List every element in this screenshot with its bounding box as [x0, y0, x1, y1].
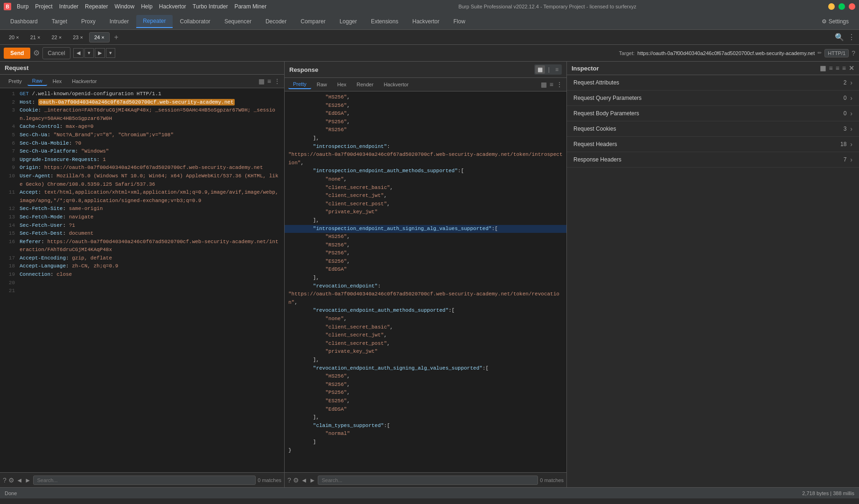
add-tab-button[interactable]: +: [111, 32, 122, 42]
menu-burp[interactable]: Burp: [17, 3, 28, 10]
tab-comparer[interactable]: Comparer: [294, 15, 332, 28]
menu-intruder[interactable]: Intruder: [59, 3, 78, 10]
tab-extensions[interactable]: Extensions: [364, 15, 405, 28]
line-number: 19: [4, 271, 15, 279]
tab-proxy[interactable]: Proxy: [75, 15, 102, 28]
resp-more-icon[interactable]: ⋮: [556, 81, 563, 88]
response-line: "revocation_endpoint":: [285, 282, 566, 291]
menu-repeater[interactable]: Repeater: [85, 3, 108, 10]
menu-hackvertor[interactable]: Hackvertor: [159, 3, 186, 10]
req-subtab-hackvertor[interactable]: Hackvertor: [67, 77, 101, 85]
req-search-prev-icon[interactable]: ◄: [16, 476, 23, 484]
tab-dashboard[interactable]: Dashboard: [4, 15, 44, 28]
request-content[interactable]: 1GET /.well-known/openid-configuration H…: [0, 88, 284, 472]
inspector-row[interactable]: Request Attributes 2 ›: [567, 75, 859, 91]
down-arrow-button[interactable]: ▾: [84, 48, 94, 58]
request-line: 21: [0, 287, 284, 295]
req-more-icon[interactable]: ⋮: [274, 77, 280, 85]
response-search-input[interactable]: [318, 476, 538, 485]
resp-subtab-hackvertor[interactable]: Hackvertor: [379, 80, 413, 89]
resp-subtab-pretty[interactable]: Pretty: [288, 80, 311, 89]
inspector-row[interactable]: Request Body Parameters 0 ›: [567, 106, 859, 121]
req-tab-23-label: 23 ×: [73, 35, 83, 40]
edit-target-icon[interactable]: ✏: [817, 50, 822, 56]
req-view-icon1[interactable]: ▦: [258, 77, 265, 85]
resp-line-text: "revocation_endpoint_auth_signing_alg_va…: [288, 364, 563, 373]
view-btn-split[interactable]: |: [546, 65, 552, 74]
req-subtab-hex[interactable]: Hex: [48, 77, 67, 85]
resp-subtab-hex[interactable]: Hex: [333, 80, 351, 89]
resp-subtab-render[interactable]: Render: [352, 80, 378, 89]
resp-search-next-icon[interactable]: ►: [309, 476, 316, 484]
inspector-row[interactable]: Request Query Parameters 0 ›: [567, 91, 859, 106]
inspector-settings-icon[interactable]: ≡: [836, 64, 839, 72]
tab-collaborator[interactable]: Collaborator: [174, 15, 217, 28]
more-options-icon[interactable]: ⋮: [848, 33, 855, 42]
inspector-grid-icon[interactable]: ▦: [820, 64, 826, 72]
cancel-button[interactable]: Cancel: [42, 47, 70, 59]
inspector-sort-icon[interactable]: ≡: [842, 64, 846, 72]
menu-window[interactable]: Window: [114, 3, 134, 10]
resp-search-prev-icon[interactable]: ◄: [301, 476, 307, 484]
menu-project[interactable]: Project: [35, 3, 52, 10]
response-line: "RS256",: [285, 381, 566, 389]
view-btn-list[interactable]: ≡: [553, 65, 561, 74]
line-text: Accept-Language: zh-CN, zh;q=0.9: [20, 262, 280, 271]
tab-repeater[interactable]: Repeater: [136, 15, 172, 28]
gear-icon[interactable]: ⚙: [33, 49, 40, 57]
resp-search-gear-icon[interactable]: ⚙: [293, 476, 299, 484]
req-subtab-raw[interactable]: Raw: [28, 77, 47, 86]
tab-flow[interactable]: Flow: [447, 15, 472, 28]
response-line: "https://oauth-0a7f00d40340a246c0f67ad50…: [285, 151, 566, 167]
tab-sequencer[interactable]: Sequencer: [218, 15, 258, 28]
req-tab-20[interactable]: 20 ×: [4, 32, 24, 42]
close-button[interactable]: [849, 3, 855, 10]
help-icon[interactable]: ?: [852, 49, 855, 57]
menu-help[interactable]: Help: [141, 3, 153, 10]
target-area: Target: https://oauth-0a7f00d40340a246c0…: [619, 49, 855, 57]
search-icon[interactable]: 🔍: [835, 33, 844, 42]
send-button[interactable]: Send: [4, 48, 30, 59]
tab-decoder[interactable]: Decoder: [259, 15, 293, 28]
resp-line-text: "revocation_endpoint":: [288, 282, 563, 291]
toolbar: Send ⚙ Cancel ◀ ▾ ▶ ▾ Target: https://oa…: [0, 45, 859, 62]
tab-intruder[interactable]: Intruder: [103, 15, 135, 28]
menu-turbo[interactable]: Turbo Intruder: [193, 3, 228, 10]
response-line: "introspection_endpoint_auth_methods_sup…: [285, 167, 566, 175]
request-search-input[interactable]: [33, 476, 256, 485]
inspector-close-icon[interactable]: ✕: [849, 64, 854, 72]
response-content[interactable]: "HS256", "ES256", "EdDSA", "PS256", "RS2…: [285, 91, 566, 472]
req-search-gear-icon[interactable]: ⚙: [8, 476, 14, 484]
req-search-help-icon[interactable]: ?: [3, 476, 7, 484]
resp-line-text: "PS256",: [288, 249, 563, 258]
inspector-row[interactable]: Request Headers 18 ›: [567, 137, 859, 152]
resp-view-icon1[interactable]: ▦: [541, 81, 547, 88]
req-tab-21[interactable]: 21 ×: [25, 32, 46, 42]
back-button[interactable]: ◀: [73, 48, 84, 58]
http-version-badge[interactable]: HTTP/1: [824, 49, 849, 57]
minimize-button[interactable]: [828, 3, 835, 10]
req-tab-24[interactable]: 24 ×: [89, 32, 110, 42]
view-btn-grid[interactable]: ▦: [535, 65, 545, 74]
resp-subtab-raw[interactable]: Raw: [312, 80, 332, 89]
up-arrow-button[interactable]: ▾: [106, 48, 115, 58]
resp-search-help-icon[interactable]: ?: [287, 476, 291, 484]
req-tab-23[interactable]: 23 ×: [68, 32, 88, 42]
inspector-row[interactable]: Request Cookies 3 ›: [567, 121, 859, 137]
settings-tab[interactable]: ⚙ Settings: [815, 15, 855, 28]
request-line: 1GET /.well-known/openid-configuration H…: [0, 90, 284, 98]
maximize-button[interactable]: [838, 3, 845, 10]
menu-param[interactable]: Param Miner: [234, 3, 266, 10]
req-subtab-pretty[interactable]: Pretty: [4, 77, 27, 85]
req-search-next-icon[interactable]: ►: [25, 476, 31, 484]
req-view-icon2[interactable]: ≡: [267, 77, 271, 85]
resp-line-text: "claim_types_supported":[: [288, 422, 563, 430]
tab-logger[interactable]: Logger: [333, 15, 363, 28]
tab-hackvertor[interactable]: Hackvertor: [406, 15, 446, 28]
req-tab-22[interactable]: 22 ×: [46, 32, 67, 42]
forward-button[interactable]: ▶: [95, 48, 105, 58]
resp-view-icon2[interactable]: ≡: [550, 81, 553, 88]
inspector-list-icon[interactable]: ≡: [829, 64, 832, 72]
inspector-row[interactable]: Response Headers 7 ›: [567, 152, 859, 168]
tab-target[interactable]: Target: [45, 15, 74, 28]
